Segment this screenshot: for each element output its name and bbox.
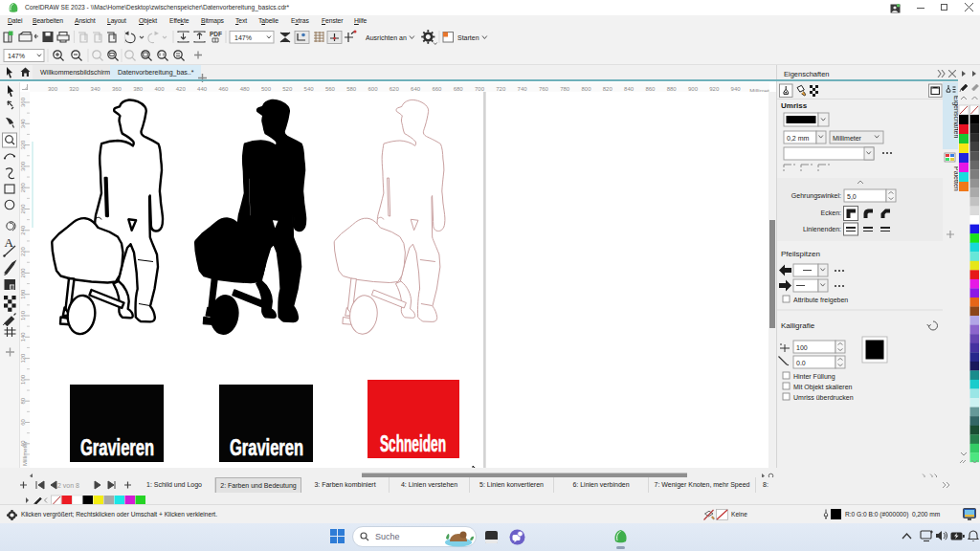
svg-text:Millimeter: Millimeter — [22, 441, 28, 466]
svg-text:280: 280 — [20, 183, 26, 193]
svg-text:Kalligrafie: Kalligrafie — [781, 321, 815, 330]
svg-text:A: A — [5, 235, 14, 250]
svg-text:180: 180 — [20, 289, 26, 299]
svg-text:320: 320 — [20, 140, 26, 150]
svg-text:Mit Objekt skalieren: Mit Objekt skalieren — [793, 384, 853, 391]
svg-text:Gravieren: Gravieren — [230, 434, 303, 460]
svg-text:240: 240 — [20, 225, 26, 235]
svg-text:0,2 mm: 0,2 mm — [787, 135, 810, 142]
svg-text:147%: 147% — [234, 34, 252, 41]
svg-text:60: 60 — [20, 419, 26, 426]
svg-text:Attribute freigeben: Attribute freigeben — [793, 297, 848, 304]
svg-text:Gravieren: Gravieren — [80, 434, 154, 460]
svg-text:300: 300 — [20, 161, 26, 171]
svg-text:Starten: Starten — [457, 34, 479, 41]
svg-text:Linienenden:: Linienenden: — [803, 226, 841, 232]
svg-text:0.0: 0.0 — [796, 360, 806, 366]
svg-text:Umriss: Umriss — [781, 101, 808, 110]
svg-text:80: 80 — [20, 397, 26, 404]
svg-text:Millimeter: Millimeter — [833, 135, 862, 142]
svg-text:220: 220 — [20, 246, 26, 256]
svg-text:Gehrungswinkel:: Gehrungswinkel: — [791, 192, 841, 200]
svg-text:100: 100 — [20, 374, 26, 385]
svg-text:360: 360 — [20, 97, 26, 107]
svg-text:5,0: 5,0 — [847, 193, 857, 200]
svg-text:Schneiden: Schneiden — [380, 430, 446, 456]
svg-text:Hinter Füllung: Hinter Füllung — [793, 373, 835, 381]
svg-text:340: 340 — [20, 119, 26, 129]
svg-text:140: 140 — [20, 332, 26, 342]
svg-text:100: 100 — [796, 344, 808, 351]
svg-text:Ecken:: Ecken: — [821, 209, 841, 216]
svg-text:260: 260 — [20, 204, 26, 214]
svg-text:PDF: PDF — [210, 31, 222, 37]
svg-text:Pfeilspitzen: Pfeilspitzen — [781, 250, 820, 258]
svg-text:160: 160 — [20, 310, 26, 320]
svg-text:147%: 147% — [8, 53, 25, 59]
svg-text:Ausrichten an: Ausrichten an — [366, 34, 407, 41]
svg-text:Umriss überdrucken: Umriss überdrucken — [793, 394, 854, 401]
svg-text:200: 200 — [20, 268, 26, 278]
svg-text:120: 120 — [20, 353, 26, 364]
svg-text:2 von 8: 2 von 8 — [57, 482, 79, 489]
